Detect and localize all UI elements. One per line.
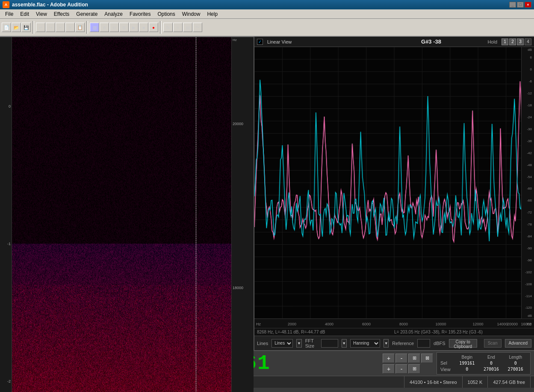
db-scale-left: 0 -1 -2 -3 -4 -5 -6 -7 -8 -9 -10 -11 — [0, 37, 12, 392]
minimize-button[interactable]: _ — [509, 2, 516, 8]
close-button[interactable]: × — [525, 2, 531, 8]
freq-axis-8000: 8000 — [399, 322, 408, 326]
menu-help[interactable]: Help — [204, 10, 221, 18]
fft-dropdown-btn[interactable]: ▼ — [342, 339, 347, 348]
toolbar-btn-copy[interactable]: ⎘ — [65, 23, 75, 32]
spectrogram-top-channel[interactable] — [12, 37, 231, 392]
zoom-in-btn[interactable]: + — [383, 354, 395, 363]
freq-axis-hz-left: Hz — [256, 322, 261, 326]
toolbar-btn-undo[interactable]: ↩ — [36, 23, 45, 32]
advanced-button[interactable]: Advanced — [505, 339, 531, 348]
linear-view-checkbox[interactable]: ✓ — [257, 39, 263, 45]
menu-effects[interactable]: Effects — [50, 10, 73, 18]
toolbar-btn-zoom-in[interactable]: ⊕ — [100, 23, 109, 32]
fft-size-input[interactable]: 512 — [321, 339, 338, 348]
menu-view[interactable]: View — [32, 10, 50, 18]
hold-buttons: 1 2 3 4 — [502, 38, 531, 45]
toolbar-btn-cut[interactable]: ✂ — [56, 23, 65, 32]
db-2: -2 — [1, 380, 11, 383]
freq-20000: 20000 — [233, 122, 253, 126]
maximize-button[interactable]: □ — [517, 2, 524, 8]
window-title: assemble.flac - Adobe Audition — [12, 2, 509, 8]
freq-axis-bottom: Hz 2000 4000 6000 8000 10000 12000 14000… — [254, 319, 534, 328]
spectrogram-panel: 0 -1 -2 -3 -4 -5 -6 -7 -8 -9 -10 -11 — [0, 37, 254, 350]
spectrograms[interactable] — [12, 37, 231, 392]
toolbar-btn-new[interactable]: 📄 — [2, 23, 11, 32]
analyzer-controls: Lines Lines Bars ▼ FFT Size 512 ▼ Hannin… — [254, 336, 534, 350]
toolbar-separator-3 — [160, 21, 162, 34]
analyzer-panel: ✓ Linear View G#3 -38 Hold 1 2 3 4 dB 6 … — [254, 37, 534, 350]
status-disk-free: 427.54 GB free — [488, 376, 531, 388]
frequency-spectrum-canvas[interactable] — [254, 47, 534, 319]
menu-options[interactable]: Options — [154, 10, 178, 18]
toolbar-btn-open[interactable]: 📂 — [12, 23, 21, 32]
window-select[interactable]: Hanning Hamming Blackman — [350, 339, 380, 348]
hold-btn-3[interactable]: 3 — [517, 38, 524, 45]
toolbar-area: 📄 📂 💾 ↩ ↪ ✂ ⎘ 📋 ▧ ⊕ ⊖ ⊞ ▶ ■ ● fx ≈ ▤ 〜 — [0, 19, 534, 37]
toolbar-group-2: ↩ ↪ ✂ ⎘ 📋 — [36, 23, 85, 32]
lines-label: Lines — [257, 341, 268, 346]
toolbar-btn-spectrogram[interactable]: ▤ — [183, 23, 192, 32]
toolbar-btn-record[interactable]: ● — [149, 23, 158, 32]
toolbar-btn-select[interactable]: ▧ — [90, 23, 99, 32]
end-header: End — [480, 355, 503, 360]
length-header: Length — [504, 355, 527, 360]
sel-label: Sel — [440, 360, 454, 366]
db-0: 0 — [1, 105, 11, 108]
toolbar-btn-zoom-out[interactable]: ⊖ — [109, 23, 119, 32]
zoom-vert-fit-btn[interactable]: ⊞ — [408, 364, 420, 374]
scan-button[interactable]: Scan — [484, 339, 502, 348]
reference-input[interactable]: 0 — [417, 339, 430, 348]
window-controls[interactable]: _ □ × — [509, 2, 531, 8]
freq-axis-12000: 12000 — [472, 322, 483, 326]
menu-window[interactable]: Window — [179, 10, 204, 18]
lines-select[interactable]: Lines Bars — [271, 339, 293, 348]
toolbar-btn-zoom-all[interactable]: ⊞ — [119, 23, 129, 32]
copy-clipboard-button[interactable]: Copy to Clipboard — [449, 339, 477, 348]
zoom-out-btn[interactable]: - — [395, 354, 407, 363]
toolbar-group-4: fx ≈ ▤ 〜 — [163, 23, 202, 32]
analyzer-plot[interactable]: dB 6 0 -6 -12 -18 -24 -30 -36 -42 -48 -5… — [254, 47, 534, 319]
analyzer-header: ✓ Linear View G#3 -38 Hold 1 2 3 4 — [254, 37, 534, 47]
toolbar-btn-save[interactable]: 💾 — [21, 23, 31, 32]
hold-btn-2[interactable]: 2 — [509, 38, 516, 45]
toolbar-btn-stop[interactable]: ■ — [139, 23, 148, 32]
toolbar-btn-redo[interactable]: ↪ — [46, 23, 55, 32]
toolbar-btn-paste[interactable]: 📋 — [75, 23, 85, 32]
toolbar-btn-analyze[interactable]: ≈ — [173, 23, 183, 32]
zoom-select-btn[interactable]: ⊠ — [421, 354, 433, 363]
zoom-row-2: + - ⊞ — [383, 364, 433, 374]
analyzer-status-left: 8268 Hz, L=-48.11 dB, R=-44.77 dB — [257, 330, 394, 334]
menu-analyze[interactable]: Analyze — [101, 10, 126, 18]
freq-axis-4000: 4000 — [325, 322, 333, 326]
zoom-vert-in-btn[interactable]: + — [383, 364, 395, 374]
hold-btn-1[interactable]: 1 — [502, 38, 508, 45]
main-area: 0 -1 -2 -3 -4 -5 -6 -7 -8 -9 -10 -11 — [0, 37, 534, 350]
menu-bar: File Edit View Effects Generate Analyze … — [0, 9, 534, 19]
zoom-fit-btn[interactable]: ⊞ — [408, 354, 420, 363]
zoom-controls: + - ⊞ ⊠ + - ⊞ — [383, 354, 433, 374]
toolbar-separator-1 — [32, 21, 34, 34]
menu-file[interactable]: File — [2, 10, 17, 18]
title-bar: A assemble.flac - Adobe Audition _ □ × — [0, 0, 534, 9]
analyzer-status-right: L= 203.05 Hz (G#3 -38), R= 195.23 Hz (G3… — [394, 330, 531, 334]
analyzer-db-scale: dB 6 0 -6 -12 -18 -24 -30 -36 -42 -48 -5… — [521, 47, 534, 319]
zoom-vert-out-btn[interactable]: - — [395, 364, 407, 374]
toolbar-btn-effects[interactable]: fx — [163, 23, 173, 32]
freq-axis-10000: 10000 — [435, 322, 446, 326]
toolbar-btn-waveform[interactable]: 〜 — [193, 23, 202, 32]
menu-generate[interactable]: Generate — [73, 10, 101, 18]
menu-favorites[interactable]: Favorites — [126, 10, 154, 18]
window-dropdown-btn[interactable]: ▼ — [384, 339, 389, 348]
hold-btn-4[interactable]: 4 — [525, 38, 531, 45]
menu-edit[interactable]: Edit — [17, 10, 32, 18]
freq-axis-20000: 20000 — [507, 322, 518, 326]
sel-length-value: 0 — [504, 361, 527, 366]
db-1: -1 — [1, 242, 11, 246]
view-row: View 0 270016 270016 — [440, 367, 527, 372]
toolbar-btn-play[interactable]: ▶ — [129, 23, 139, 32]
status-sample-rate: 44100 • 16-bit • Stereo — [404, 376, 462, 388]
lines-dropdown-btn[interactable]: ▼ — [296, 339, 301, 348]
begin-header: Begin — [456, 355, 478, 360]
view-label: View — [440, 367, 454, 372]
